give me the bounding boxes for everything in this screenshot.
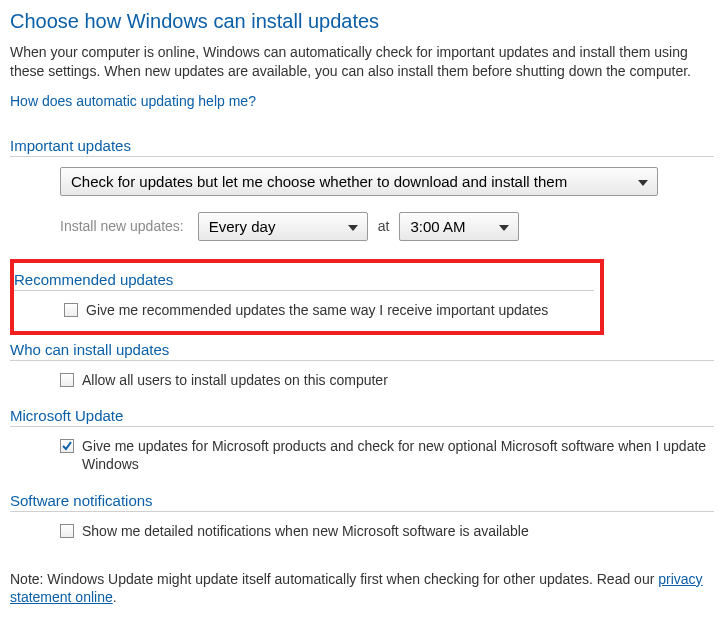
section-recommended-updates: Recommended updates [14,271,594,291]
help-link[interactable]: How does automatic updating help me? [10,93,714,109]
microsoft-update-checkbox[interactable] [60,439,74,453]
note-suffix: . [113,589,117,605]
allow-users-checkbox[interactable] [60,373,74,387]
recommended-checkbox[interactable] [64,303,78,317]
section-who-can-install: Who can install updates [10,341,714,361]
note-text: Note: Windows Update might update itself… [10,571,658,587]
update-mode-select[interactable]: Check for updates but let me choose whet… [60,167,658,196]
notifications-checkbox[interactable] [60,524,74,538]
recommended-highlight: Recommended updates Give me recommended … [10,259,604,335]
notifications-checkbox-label: Show me detailed notifications when new … [82,522,529,540]
microsoft-update-checkbox-label: Give me updates for Microsoft products a… [82,437,714,473]
page-description: When your computer is online, Windows ca… [10,43,714,81]
schedule-label: Install new updates: [60,218,184,234]
at-label: at [378,218,390,234]
recommended-checkbox-label: Give me recommended updates the same way… [86,301,548,319]
page-title: Choose how Windows can install updates [10,10,714,33]
section-software-notifications: Software notifications [10,492,714,512]
frequency-select[interactable]: Every day [198,212,368,241]
section-microsoft-update: Microsoft Update [10,407,714,427]
section-important-updates: Important updates [10,137,714,157]
footer-note: Note: Windows Update might update itself… [10,570,714,606]
allow-users-checkbox-label: Allow all users to install updates on th… [82,371,388,389]
time-select[interactable]: 3:00 AM [399,212,519,241]
